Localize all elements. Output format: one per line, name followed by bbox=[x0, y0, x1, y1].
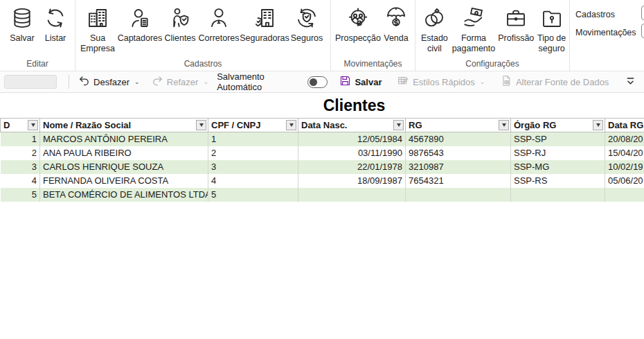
table-header: DNome / Razão SocialCPF / CNPJData Nasc.… bbox=[1, 119, 644, 132]
table-cell[interactable]: 2 bbox=[1, 146, 40, 160]
ribbon-button-corretores[interactable]: Corretores bbox=[197, 4, 240, 46]
table-cell[interactable]: ANA PAULA RIBEIRO bbox=[40, 146, 208, 160]
column-header[interactable]: Órgão RG bbox=[511, 119, 605, 132]
quick-styles-button[interactable]: Estilos Rápidos ⌄ bbox=[394, 73, 488, 91]
chevron-down-icon[interactable]: ⌄ bbox=[134, 78, 140, 85]
page-title: Clientes bbox=[0, 96, 644, 115]
table-cell[interactable]: 1 bbox=[1, 132, 40, 146]
column-header[interactable]: RG bbox=[406, 119, 511, 132]
ribbon-button-captadores[interactable]: Captadores bbox=[117, 4, 163, 46]
table-cell[interactable]: 03/11/1990 bbox=[298, 146, 406, 160]
redo-icon bbox=[152, 75, 163, 89]
name-box-input[interactable] bbox=[4, 75, 57, 89]
table-cell[interactable]: 4 bbox=[208, 174, 298, 188]
ribbon-button-prospeccao[interactable]: Prospecção bbox=[335, 4, 381, 46]
table-cell[interactable]: SSP-SP bbox=[511, 132, 605, 146]
table-cell[interactable]: FERNANDA OLIVEIRA COSTA bbox=[40, 174, 208, 188]
toolbar-overflow-button[interactable] bbox=[621, 73, 640, 91]
ribbon-button-listar[interactable]: Listar bbox=[39, 4, 72, 46]
filter-button[interactable] bbox=[286, 120, 296, 130]
ribbon-button-estado-civil[interactable]: Estado civil bbox=[418, 4, 451, 57]
table-cell[interactable]: 1 bbox=[208, 132, 298, 146]
undo-icon bbox=[78, 75, 90, 89]
table-cell[interactable]: MARCOS ANTÔNIO PEREIRA bbox=[40, 132, 208, 146]
ribbon-group-label: Movimentações bbox=[331, 59, 415, 69]
ribbon-button-forma-pagamento[interactable]: Forma pagamento bbox=[451, 4, 497, 57]
table-cell[interactable]: BETA COMÉRCIO DE ALIMENTOS LTDA bbox=[40, 188, 208, 202]
ribbon-group-editar: Salvar Listar Editar bbox=[0, 0, 75, 71]
column-header[interactable]: D bbox=[1, 119, 40, 132]
column-header[interactable]: Nome / Razão Social bbox=[40, 119, 208, 132]
payment-hand-icon bbox=[463, 7, 485, 33]
filter-button[interactable] bbox=[393, 120, 404, 130]
company-building-icon bbox=[87, 7, 109, 33]
redo-button[interactable]: Refazer ⌄ bbox=[148, 73, 212, 91]
ribbon-group-label: Editar bbox=[0, 59, 75, 69]
table-cell[interactable]: 05/06/20 bbox=[605, 174, 644, 188]
ribbon-button-sua-empresa[interactable]: Sua Empresa bbox=[78, 4, 117, 57]
table-cell[interactable]: 22/01/1978 bbox=[298, 160, 406, 174]
ribbon-button-profissao[interactable]: Profissão bbox=[497, 4, 535, 46]
table-cell[interactable] bbox=[511, 188, 605, 202]
ribbon-button-label: Sua Empresa bbox=[80, 33, 116, 54]
filter-dropdown-icon bbox=[596, 123, 600, 127]
data-source-doc-icon bbox=[501, 75, 512, 89]
table-row: 4FERNANDA OLIVEIRA COSTA418/09/198776543… bbox=[1, 174, 644, 188]
table-cell[interactable] bbox=[406, 188, 511, 202]
undo-button[interactable]: Desfazer ⌄ bbox=[75, 73, 143, 91]
autosave-toggle[interactable] bbox=[307, 76, 328, 88]
insurance-shield-icon bbox=[296, 7, 318, 33]
cadastros-combobox[interactable] bbox=[641, 6, 644, 20]
table-cell[interactable]: 18/09/1987 bbox=[298, 174, 406, 188]
table-cell[interactable]: 12/05/1984 bbox=[298, 132, 406, 146]
table-cell[interactable]: 4 bbox=[1, 174, 40, 188]
table-cell[interactable]: SSP-MG bbox=[511, 160, 605, 174]
table-cell[interactable]: SSP-RJ bbox=[511, 146, 605, 160]
ribbon-button-label: Profissão bbox=[498, 33, 534, 44]
table-row: 2ANA PAULA RIBEIRO203/11/19909876543SSP-… bbox=[1, 146, 644, 160]
save-button[interactable]: Salvar bbox=[336, 73, 385, 91]
column-header-label: D bbox=[3, 120, 10, 130]
table-cell[interactable]: 9876543 bbox=[406, 146, 511, 160]
ribbon-button-salvar[interactable]: Salvar bbox=[6, 4, 39, 46]
filter-button[interactable] bbox=[593, 120, 603, 130]
table-cell[interactable]: 3 bbox=[208, 160, 298, 174]
ribbon-button-tipo-seguro[interactable]: Tipo de seguro bbox=[535, 4, 568, 57]
chevron-down-icon: ⌄ bbox=[203, 78, 208, 85]
table-cell[interactable]: 2 bbox=[208, 146, 298, 160]
ribbon-button-label: Seguradoras bbox=[240, 33, 289, 44]
column-header[interactable]: Data Nasc. bbox=[298, 119, 406, 132]
ribbon-button-seguros[interactable]: Seguros bbox=[289, 4, 325, 46]
table-cell[interactable]: 15/04/20 bbox=[605, 146, 644, 160]
table-cell[interactable]: 5 bbox=[1, 188, 40, 202]
table-styles-icon bbox=[397, 75, 409, 89]
ribbon-button-venda[interactable]: Venda bbox=[381, 4, 411, 46]
ribbon-button-seguradoras[interactable]: Seguradoras bbox=[240, 4, 289, 46]
column-header-label: CPF / CNPJ bbox=[211, 120, 261, 130]
table-cell[interactable]: 7654321 bbox=[406, 174, 511, 188]
filter-button[interactable] bbox=[196, 120, 206, 130]
filter-dropdown-icon bbox=[199, 123, 204, 127]
filter-button[interactable] bbox=[499, 120, 509, 130]
table-cell[interactable]: 5 bbox=[208, 188, 298, 202]
filter-button[interactable] bbox=[28, 120, 38, 130]
table-cell[interactable]: 3210987 bbox=[406, 160, 511, 174]
table-cell[interactable]: 3 bbox=[1, 160, 40, 174]
table-cell[interactable] bbox=[298, 188, 406, 202]
movimentacoes-combobox[interactable] bbox=[641, 24, 644, 38]
column-header[interactable]: Data RG bbox=[605, 119, 644, 132]
change-data-source-button[interactable]: Alterar Fonte de Dados bbox=[497, 73, 612, 91]
ribbon-button-clientes[interactable]: Clientes bbox=[163, 4, 197, 46]
table-cell[interactable]: CARLOS HENRIQUE SOUZA bbox=[40, 160, 208, 174]
column-header[interactable]: CPF / CNPJ bbox=[208, 119, 298, 132]
table-cell[interactable]: 10/02/19 bbox=[605, 160, 644, 174]
column-header-label: Nome / Razão Social bbox=[43, 120, 131, 130]
table-cell[interactable]: SSP-RS bbox=[511, 174, 605, 188]
column-header-label: Data Nasc. bbox=[301, 120, 347, 130]
table-cell[interactable] bbox=[605, 188, 644, 202]
client-shield-icon bbox=[169, 7, 191, 33]
ribbon-button-label: Estado civil bbox=[420, 33, 449, 54]
table-cell[interactable]: 4567890 bbox=[406, 132, 511, 146]
table-cell[interactable]: 20/08/20 bbox=[605, 132, 644, 146]
undo-label: Desfazer bbox=[93, 77, 129, 87]
